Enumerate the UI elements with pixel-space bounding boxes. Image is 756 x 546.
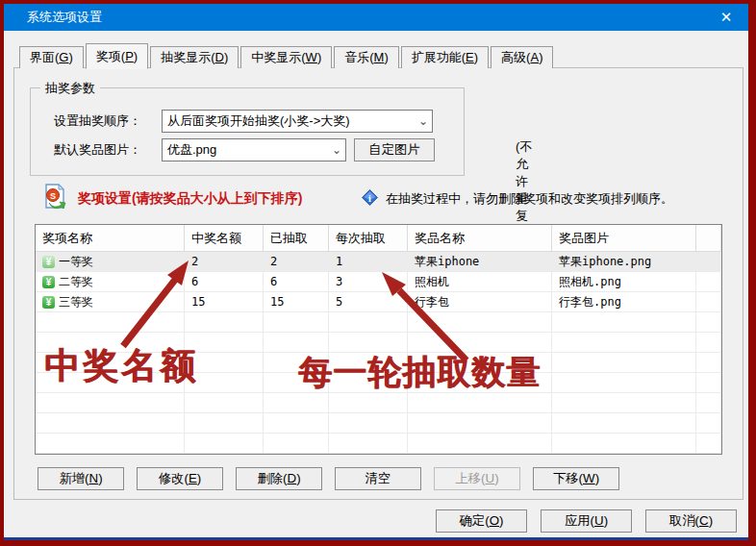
annotation-quota-label: 中奖名额 bbox=[44, 342, 198, 390]
draw-warning-text: 在抽奖过程中，请勿删除奖项和改变奖项排列顺序。 bbox=[386, 190, 673, 208]
svg-text:i: i bbox=[368, 193, 371, 204]
drawn-value: 15 bbox=[264, 292, 329, 312]
tab-interface[interactable]: 界面(G) bbox=[19, 46, 84, 68]
apply-button[interactable]: 应用(U) bbox=[541, 509, 632, 533]
delete-button[interactable]: 删除(D) bbox=[236, 467, 322, 490]
annotation-per-round-label: 每一轮抽取数量 bbox=[298, 350, 541, 395]
prize-name: 二等奖 bbox=[59, 272, 93, 291]
svg-text:S: S bbox=[50, 191, 56, 201]
dialog-title: 系统选项设置 bbox=[4, 9, 102, 26]
quota-value: 15 bbox=[185, 292, 264, 312]
dialog-buttons: 确定(O) 应用(U) 取消(C) bbox=[436, 509, 737, 533]
edit-button[interactable]: 修改(E) bbox=[137, 467, 223, 490]
empty-row bbox=[36, 312, 721, 333]
cancel-button[interactable]: 取消(C) bbox=[645, 509, 737, 533]
per-draw-value: 5 bbox=[329, 292, 408, 312]
prize-name: 三等奖 bbox=[59, 292, 93, 311]
quota-value: 2 bbox=[185, 252, 264, 272]
tab-music[interactable]: 音乐(M) bbox=[334, 46, 399, 68]
table-action-buttons: 新增(N) 修改(E) 删除(D) 清空 上移(U) 下移(W) bbox=[38, 467, 619, 490]
col-per-draw[interactable]: 每次抽取 bbox=[329, 225, 408, 252]
chevron-down-icon[interactable]: ⌄ bbox=[418, 111, 428, 132]
table-row[interactable]: ¥ 一等奖 2 2 1 苹果iphone 苹果iphone.png bbox=[36, 252, 721, 272]
draw-order-label: 设置抽奖顺序： bbox=[54, 112, 162, 130]
empty-row bbox=[36, 413, 721, 434]
item-image: 照相机.png bbox=[552, 272, 696, 292]
table-row[interactable]: ¥ 二等奖 6 6 3 照相机 照相机.png bbox=[36, 272, 721, 292]
clear-button[interactable]: 清空 bbox=[335, 467, 421, 490]
prize-settings-label: 奖项设置(请按奖品大小从上到下排序) bbox=[78, 190, 302, 208]
prize-settings-icon: S bbox=[43, 184, 66, 210]
item-name: 行李包 bbox=[408, 292, 552, 312]
group-legend: 抽奖参数 bbox=[40, 80, 100, 97]
move-down-button[interactable]: 下移(W) bbox=[533, 467, 619, 490]
draw-order-value: 从后面奖项开始抽奖(小奖->大奖) bbox=[167, 113, 350, 128]
tab-draw-display[interactable]: 抽奖显示(D) bbox=[150, 46, 239, 68]
default-image-select[interactable]: 优盘.png ⌄ bbox=[162, 138, 346, 161]
system-options-dialog: 系统选项设置 ✕ 界面(G) 奖项(P) 抽奖显示(D) 中奖显示(W) 音乐(… bbox=[4, 4, 748, 540]
add-button[interactable]: 新增(N) bbox=[38, 467, 124, 490]
tab-prizes[interactable]: 奖项(P) bbox=[86, 43, 148, 69]
prize-name: 一等奖 bbox=[59, 252, 93, 271]
col-item-image[interactable]: 奖品图片 bbox=[552, 225, 696, 252]
col-filler bbox=[696, 225, 721, 252]
prize-yen-icon: ¥ bbox=[42, 256, 55, 268]
prize-yen-icon: ¥ bbox=[42, 296, 55, 309]
prize-yen-icon: ¥ bbox=[42, 276, 55, 288]
info-icon: i bbox=[362, 189, 378, 206]
table-row[interactable]: ¥ 三等奖 15 15 5 行李包 行李包.png bbox=[36, 292, 721, 312]
item-image: 行李包.png bbox=[552, 292, 696, 312]
tab-advanced[interactable]: 高级(A) bbox=[491, 46, 553, 68]
col-drawn[interactable]: 已抽取 bbox=[264, 225, 329, 252]
draw-parameters-group: 抽奖参数 设置抽奖顺序： 从后面奖项开始抽奖(小奖->大奖) ⌄ 默认奖品图片：… bbox=[30, 87, 465, 176]
default-image-label: 默认奖品图片： bbox=[54, 141, 162, 159]
empty-row bbox=[36, 434, 721, 454]
drawn-value: 2 bbox=[264, 252, 329, 272]
item-image: 苹果iphone.png bbox=[552, 252, 696, 272]
move-up-button: 上移(U) bbox=[434, 467, 520, 490]
col-item-name[interactable]: 奖品名称 bbox=[408, 225, 552, 252]
draw-order-select[interactable]: 从后面奖项开始抽奖(小奖->大奖) ⌄ bbox=[162, 110, 433, 133]
per-draw-value: 1 bbox=[329, 252, 408, 272]
item-name: 照相机 bbox=[408, 272, 552, 292]
tab-win-display[interactable]: 中奖显示(W) bbox=[240, 46, 332, 68]
col-prize-name[interactable]: 奖项名称 bbox=[36, 225, 185, 252]
empty-row bbox=[36, 393, 721, 413]
tab-strip: 界面(G) 奖项(P) 抽奖显示(D) 中奖显示(W) 音乐(M) 扩展功能(E… bbox=[19, 42, 555, 68]
per-draw-value: 3 bbox=[329, 272, 408, 292]
chevron-down-icon[interactable]: ⌄ bbox=[332, 139, 341, 161]
ok-button[interactable]: 确定(O) bbox=[436, 509, 527, 533]
screenshot-frame: 系统选项设置 ✕ 界面(G) 奖项(P) 抽奖显示(D) 中奖显示(W) 音乐(… bbox=[0, 0, 756, 546]
quota-value: 6 bbox=[185, 272, 264, 292]
prize-table[interactable]: 奖项名称 中奖名额 已抽取 每次抽取 奖品名称 奖品图片 ¥ 一等奖 2 2 1 bbox=[35, 224, 722, 455]
col-quota[interactable]: 中奖名额 bbox=[185, 225, 264, 252]
table-header-row: 奖项名称 中奖名额 已抽取 每次抽取 奖品名称 奖品图片 bbox=[36, 225, 721, 252]
close-icon[interactable]: ✕ bbox=[704, 4, 748, 31]
title-bar[interactable]: 系统选项设置 ✕ bbox=[4, 4, 748, 31]
drawn-value: 6 bbox=[264, 272, 329, 292]
tab-extensions[interactable]: 扩展功能(E) bbox=[401, 46, 489, 68]
prizes-tab-page: 抽奖参数 设置抽奖顺序： 从后面奖项开始抽奖(小奖->大奖) ⌄ 默认奖品图片：… bbox=[13, 67, 743, 500]
custom-image-button[interactable]: 自定图片 bbox=[354, 138, 435, 161]
item-name: 苹果iphone bbox=[408, 252, 552, 272]
default-image-value: 优盘.png bbox=[167, 142, 216, 157]
